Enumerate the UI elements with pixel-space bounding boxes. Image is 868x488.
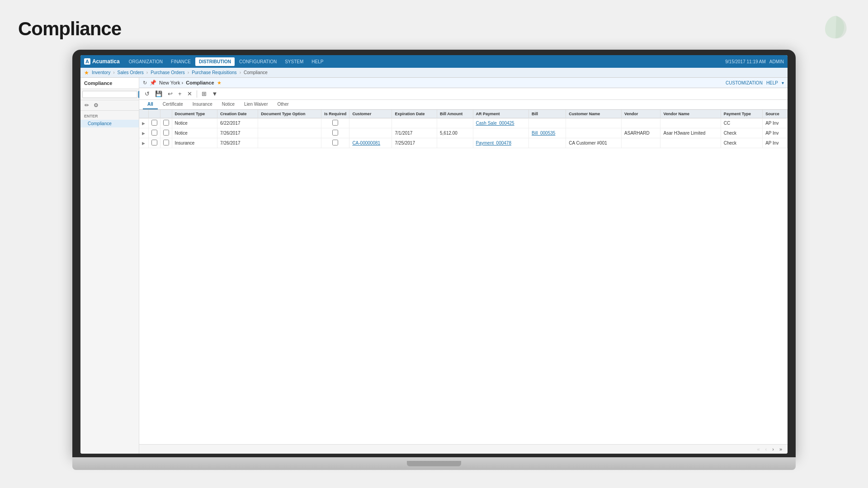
table-row: ▶ Notice 6/22/2017 (139, 118, 788, 128)
compliance-table: Document Type Creation Date Document Typ… (139, 110, 788, 148)
row3-expiration-date: 7/25/2017 (392, 138, 437, 148)
nav-distribution[interactable]: DISTRIBUTION (195, 57, 235, 66)
nav-system[interactable]: SYSTEM (281, 57, 307, 66)
pin-icon[interactable]: 📌 (150, 80, 156, 86)
pagination-first[interactable]: « (755, 446, 761, 452)
toolbar-refresh-button[interactable]: ↺ (143, 89, 151, 98)
col-customer[interactable]: Customer (349, 110, 392, 118)
nav-datetime: 9/15/2017 11:19 AM (725, 59, 766, 64)
content-area: ↻ 📌 New York › Compliance ★ CUSTOMIZATIO… (139, 78, 788, 454)
col-document-type[interactable]: Document Type (172, 110, 217, 118)
pagination-prev[interactable]: ‹ (764, 446, 769, 452)
tab-all[interactable]: All (143, 100, 158, 109)
table-row: ▶ Notice 7/26/2017 7/1/2017 (139, 128, 788, 138)
nav-configuration[interactable]: CONFIGURATION (236, 57, 280, 66)
col-bill[interactable]: Bill (529, 110, 566, 118)
row2-vendor-name: Asar H3ware Limited (660, 128, 721, 138)
col-vendor[interactable]: Vendor (622, 110, 660, 118)
refresh-icon[interactable]: ↻ (143, 80, 147, 86)
toolbar-filter-button[interactable]: ▼ (210, 89, 220, 98)
breadcrumb-sep-3: › (188, 70, 189, 75)
toolbar-export-button[interactable]: ⊞ (200, 89, 208, 98)
nav-help[interactable]: HELP (308, 57, 327, 66)
row3-check1[interactable] (148, 138, 160, 148)
toolbar-add-button[interactable]: + (176, 89, 184, 98)
col-bill-amount[interactable]: Bill Amount (437, 110, 473, 118)
row2-bill[interactable]: Bill_000535 (529, 128, 566, 138)
tab-insurance[interactable]: Insurance (188, 100, 217, 109)
row2-is-required[interactable] (321, 128, 349, 138)
toolbar-delete-button[interactable]: ✕ (185, 89, 194, 98)
breadcrumb-purchase-orders[interactable]: Purchase Orders (151, 70, 185, 75)
app-screen: A Acumatica ORGANIZATION FINANCE DISTRIB… (80, 55, 788, 454)
breadcrumb-purchase-req[interactable]: Purchase Requisitions (192, 70, 237, 75)
row2-check1[interactable] (148, 128, 160, 138)
sidebar-edit-button[interactable]: ✏ (83, 102, 90, 109)
content-header-right: CUSTOMIZATION HELP ▾ (726, 80, 784, 85)
toolbar-save-button[interactable]: 💾 (153, 89, 164, 98)
row1-ar-payment[interactable]: Cash Sale_000425 (473, 118, 529, 128)
row3-ar-payment[interactable]: Payment_000478 (473, 138, 529, 148)
col-source[interactable]: Source (763, 110, 788, 118)
action-toolbar: ↺ 💾 ↩ + ✕ ⊞ ▼ (139, 88, 788, 100)
col-customer-name[interactable]: Customer Name (566, 110, 622, 118)
row1-is-required[interactable] (321, 118, 349, 128)
tab-other[interactable]: Other (273, 100, 293, 109)
help-dropdown-icon[interactable]: ▾ (782, 80, 784, 85)
row3-check2[interactable] (160, 138, 172, 148)
row3-doc-type: Insurance (172, 138, 217, 148)
row1-expiration-date (392, 118, 437, 128)
toolbar-separator (197, 90, 197, 98)
col-creation-date[interactable]: Creation Date (217, 110, 258, 118)
content-title: Compliance (186, 80, 214, 85)
col-vendor-name[interactable]: Vendor Name (660, 110, 721, 118)
nav-right: 9/15/2017 11:19 AM ADMIN (725, 59, 784, 64)
tab-notice[interactable]: Notice (217, 100, 239, 109)
content-location: New York › (159, 80, 183, 85)
col-payment-type[interactable]: Payment Type (721, 110, 762, 118)
table-container: Document Type Creation Date Document Typ… (139, 110, 788, 444)
tab-lien-waiver[interactable]: Lien Waiver (240, 100, 272, 109)
pagination-bar: « ‹ › » (139, 444, 788, 454)
row1-bill-amount (437, 118, 473, 128)
row2-customer-name (566, 128, 622, 138)
customization-button[interactable]: CUSTOMIZATION (726, 80, 763, 85)
row3-customer[interactable]: CA-00000081 (349, 138, 392, 148)
breadcrumb-sep-2: › (146, 70, 148, 75)
row3-is-required[interactable] (321, 138, 349, 148)
toolbar-undo-button[interactable]: ↩ (166, 89, 175, 98)
breadcrumb-sales-orders[interactable]: Sales Orders (117, 70, 143, 75)
breadcrumb-inventory[interactable]: Inventory (92, 70, 110, 75)
sidebar-item-compliance[interactable]: Compliance (80, 120, 139, 127)
sidebar-settings-button[interactable]: ⚙ (92, 102, 100, 109)
help-button[interactable]: HELP (766, 80, 778, 85)
col-ar-payment[interactable]: AR Payment (473, 110, 529, 118)
row3-expand[interactable]: ▶ (139, 138, 148, 148)
row2-customer (349, 128, 392, 138)
nav-finance[interactable]: FINANCE (167, 57, 194, 66)
row1-check1[interactable] (148, 118, 160, 128)
sidebar-search-input[interactable] (82, 91, 137, 98)
pagination-next[interactable]: › (770, 446, 776, 452)
tab-certificate[interactable]: Certificate (158, 100, 188, 109)
breadcrumb-sep-4: › (240, 70, 241, 75)
row2-doc-type: Notice (172, 128, 217, 138)
row1-check2[interactable] (160, 118, 172, 128)
col-check2 (160, 110, 172, 118)
sidebar-section-enter[interactable]: ENTER (80, 113, 139, 120)
row3-vendor-name (660, 138, 721, 148)
favorites-icon[interactable]: ★ (84, 70, 89, 76)
row2-check2[interactable] (160, 128, 172, 138)
col-is-required[interactable]: Is Required (321, 110, 349, 118)
star-icon[interactable]: ★ (217, 80, 222, 86)
row1-creation-date: 6/22/2017 (217, 118, 258, 128)
col-doc-type-option[interactable]: Document Type Option (258, 110, 321, 118)
row2-creation-date: 7/26/2017 (217, 128, 258, 138)
pagination-last[interactable]: » (778, 446, 784, 452)
laptop-wrapper: A Acumatica ORGANIZATION FINANCE DISTRIB… (72, 50, 796, 470)
row2-expand[interactable]: ▶ (139, 128, 148, 138)
col-expiration-date[interactable]: Expiration Date (392, 110, 437, 118)
nav-organization[interactable]: ORGANIZATION (125, 57, 166, 66)
col-expand (139, 110, 148, 118)
row1-expand[interactable]: ▶ (139, 118, 148, 128)
